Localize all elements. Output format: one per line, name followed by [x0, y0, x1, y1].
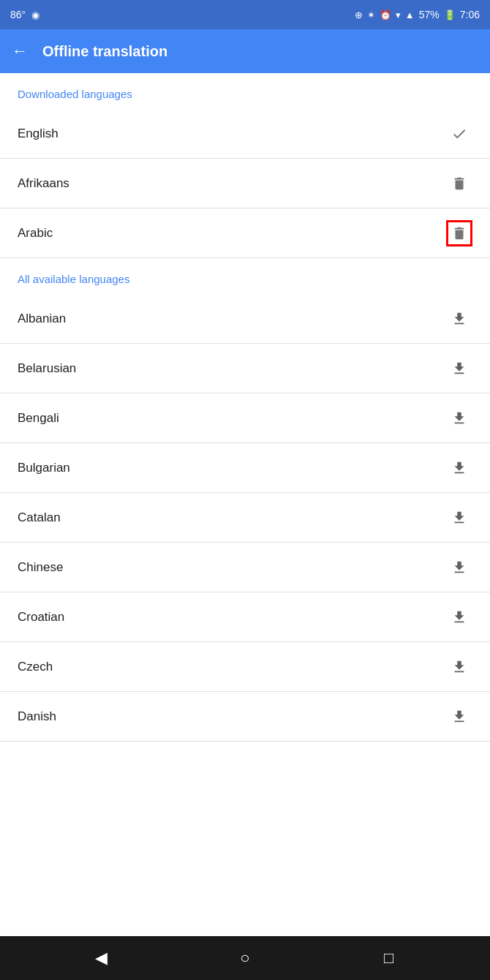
alarm-icon: ⏰	[380, 10, 391, 20]
back-button[interactable]: ←	[12, 42, 28, 61]
app-bar-title: Offline translation	[42, 43, 167, 60]
language-name-croatian: Croatian	[18, 610, 64, 625]
status-bar-right: ⊕ ✶ ⏰ ▾ ▲ 57% 🔋 7:06	[355, 9, 480, 20]
nav-back-button[interactable]: ◀	[83, 940, 119, 976]
app-bar: ← Offline translation	[0, 29, 490, 73]
language-row-arabic[interactable]: Arabic	[0, 208, 490, 258]
battery-percent: 57%	[419, 9, 440, 20]
language-name-czech: Czech	[18, 660, 53, 674]
language-name-bulgarian: Bulgarian	[18, 461, 70, 475]
bluetooth-icon: ✶	[367, 10, 375, 20]
status-bar: 86° ◉ ⊕ ✶ ⏰ ▾ ▲ 57% 🔋 7:06	[0, 0, 490, 29]
download-icon-catalan[interactable]	[446, 505, 472, 531]
battery-icon: 🔋	[444, 10, 456, 20]
nav-recent-button[interactable]: □	[371, 940, 407, 976]
language-row-albanian[interactable]: Albanian	[0, 294, 490, 344]
downloaded-section-header: Downloaded languages	[0, 73, 490, 109]
language-row-croatian[interactable]: Croatian	[0, 592, 490, 642]
location-icon: ⊕	[355, 10, 363, 20]
download-icon-bengali[interactable]	[446, 405, 472, 431]
checkmark-icon	[446, 121, 472, 147]
language-name-albanian: Albanian	[18, 312, 66, 326]
language-row-afrikaans[interactable]: Afrikaans	[0, 159, 490, 208]
download-icon-chinese[interactable]	[446, 554, 472, 581]
download-icon-belarusian[interactable]	[446, 355, 472, 382]
available-section-header: All available languages	[0, 258, 490, 294]
download-icon-bulgarian[interactable]	[446, 455, 472, 481]
content-area: Downloaded languages English Afrikaans A…	[0, 73, 490, 936]
language-row-english[interactable]: English	[0, 109, 490, 159]
language-name-arabic: Arabic	[18, 226, 53, 241]
nav-home-button[interactable]: ○	[227, 940, 263, 976]
language-row-catalan[interactable]: Catalan	[0, 493, 490, 543]
language-row-bulgarian[interactable]: Bulgarian	[0, 443, 490, 493]
download-icon-albanian[interactable]	[446, 306, 472, 332]
language-name-catalan: Catalan	[18, 510, 61, 525]
trash-icon-afrikaans[interactable]	[446, 170, 472, 197]
download-icon-czech[interactable]	[446, 654, 472, 680]
language-row-czech[interactable]: Czech	[0, 642, 490, 692]
language-name-chinese: Chinese	[18, 560, 63, 575]
temperature: 86°	[10, 9, 26, 20]
language-name-afrikaans: Afrikaans	[18, 176, 69, 191]
language-name-belarusian: Belarusian	[18, 361, 76, 376]
language-row-chinese[interactable]: Chinese	[0, 543, 490, 592]
language-name-danish: Danish	[18, 709, 56, 724]
download-icon-croatian[interactable]	[446, 604, 472, 630]
language-row-bengali[interactable]: Bengali	[0, 393, 490, 443]
wifi-icon: ▾	[396, 10, 401, 20]
shazam-icon: ◉	[31, 10, 39, 20]
time: 7:06	[460, 9, 480, 20]
language-row-belarusian[interactable]: Belarusian	[0, 344, 490, 393]
language-name-bengali: Bengali	[18, 411, 59, 426]
trash-icon-arabic-highlighted[interactable]	[446, 220, 472, 246]
language-name-english: English	[18, 127, 59, 141]
signal-icon: ▲	[405, 10, 415, 20]
status-bar-left: 86° ◉	[10, 9, 39, 20]
bottom-nav: ◀ ○ □	[0, 936, 490, 980]
language-row-danish[interactable]: Danish	[0, 692, 490, 742]
download-icon-danish[interactable]	[446, 704, 472, 730]
